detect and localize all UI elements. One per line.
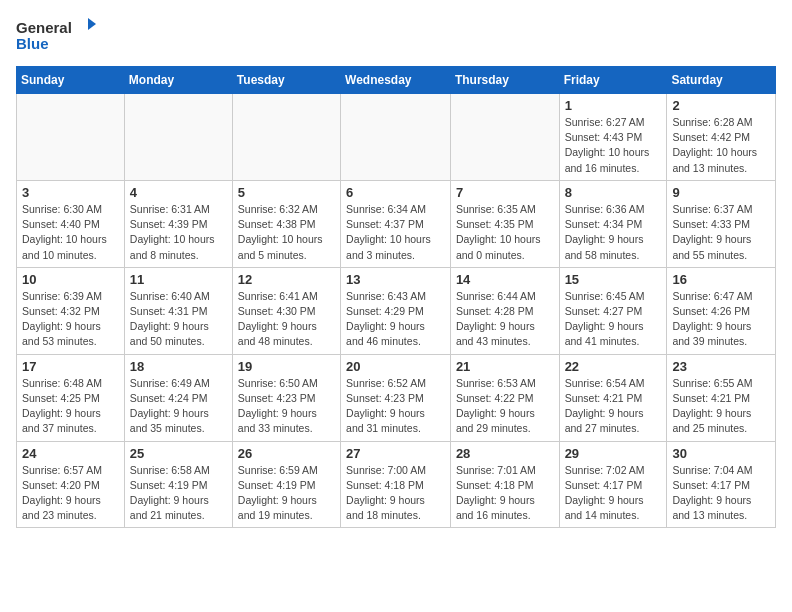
calendar-cell: 23Sunrise: 6:55 AM Sunset: 4:21 PM Dayli… — [667, 354, 776, 441]
day-number: 17 — [22, 359, 119, 374]
day-number: 30 — [672, 446, 770, 461]
day-number: 21 — [456, 359, 554, 374]
calendar-cell — [124, 94, 232, 181]
weekday-header-wednesday: Wednesday — [341, 67, 451, 94]
calendar-cell — [450, 94, 559, 181]
calendar-cell: 5Sunrise: 6:32 AM Sunset: 4:38 PM Daylig… — [232, 180, 340, 267]
calendar-cell: 22Sunrise: 6:54 AM Sunset: 4:21 PM Dayli… — [559, 354, 667, 441]
day-number: 16 — [672, 272, 770, 287]
day-info: Sunrise: 6:48 AM Sunset: 4:25 PM Dayligh… — [22, 376, 119, 437]
day-number: 9 — [672, 185, 770, 200]
day-number: 8 — [565, 185, 662, 200]
day-info: Sunrise: 6:27 AM Sunset: 4:43 PM Dayligh… — [565, 115, 662, 176]
day-info: Sunrise: 7:04 AM Sunset: 4:17 PM Dayligh… — [672, 463, 770, 524]
calendar-cell: 19Sunrise: 6:50 AM Sunset: 4:23 PM Dayli… — [232, 354, 340, 441]
calendar-table: SundayMondayTuesdayWednesdayThursdayFrid… — [16, 66, 776, 528]
day-number: 23 — [672, 359, 770, 374]
calendar-cell: 13Sunrise: 6:43 AM Sunset: 4:29 PM Dayli… — [341, 267, 451, 354]
weekday-header-saturday: Saturday — [667, 67, 776, 94]
calendar-cell: 14Sunrise: 6:44 AM Sunset: 4:28 PM Dayli… — [450, 267, 559, 354]
weekday-header-friday: Friday — [559, 67, 667, 94]
day-info: Sunrise: 7:00 AM Sunset: 4:18 PM Dayligh… — [346, 463, 445, 524]
day-info: Sunrise: 6:43 AM Sunset: 4:29 PM Dayligh… — [346, 289, 445, 350]
day-number: 29 — [565, 446, 662, 461]
day-number: 5 — [238, 185, 335, 200]
calendar-cell: 30Sunrise: 7:04 AM Sunset: 4:17 PM Dayli… — [667, 441, 776, 528]
calendar-cell: 18Sunrise: 6:49 AM Sunset: 4:24 PM Dayli… — [124, 354, 232, 441]
calendar-cell: 11Sunrise: 6:40 AM Sunset: 4:31 PM Dayli… — [124, 267, 232, 354]
day-info: Sunrise: 6:54 AM Sunset: 4:21 PM Dayligh… — [565, 376, 662, 437]
day-number: 20 — [346, 359, 445, 374]
day-info: Sunrise: 7:01 AM Sunset: 4:18 PM Dayligh… — [456, 463, 554, 524]
weekday-header-thursday: Thursday — [450, 67, 559, 94]
svg-text:Blue: Blue — [16, 35, 49, 52]
day-number: 19 — [238, 359, 335, 374]
day-info: Sunrise: 6:41 AM Sunset: 4:30 PM Dayligh… — [238, 289, 335, 350]
day-number: 4 — [130, 185, 227, 200]
calendar-cell: 28Sunrise: 7:01 AM Sunset: 4:18 PM Dayli… — [450, 441, 559, 528]
calendar-cell: 7Sunrise: 6:35 AM Sunset: 4:35 PM Daylig… — [450, 180, 559, 267]
calendar-cell: 1Sunrise: 6:27 AM Sunset: 4:43 PM Daylig… — [559, 94, 667, 181]
day-number: 10 — [22, 272, 119, 287]
day-number: 7 — [456, 185, 554, 200]
day-info: Sunrise: 7:02 AM Sunset: 4:17 PM Dayligh… — [565, 463, 662, 524]
svg-marker-1 — [88, 18, 96, 30]
day-number: 28 — [456, 446, 554, 461]
weekday-header-monday: Monday — [124, 67, 232, 94]
day-number: 25 — [130, 446, 227, 461]
week-row-2: 3Sunrise: 6:30 AM Sunset: 4:40 PM Daylig… — [17, 180, 776, 267]
day-number: 15 — [565, 272, 662, 287]
calendar-cell — [341, 94, 451, 181]
calendar-cell: 12Sunrise: 6:41 AM Sunset: 4:30 PM Dayli… — [232, 267, 340, 354]
weekday-header-row: SundayMondayTuesdayWednesdayThursdayFrid… — [17, 67, 776, 94]
day-number: 1 — [565, 98, 662, 113]
week-row-3: 10Sunrise: 6:39 AM Sunset: 4:32 PM Dayli… — [17, 267, 776, 354]
day-info: Sunrise: 6:59 AM Sunset: 4:19 PM Dayligh… — [238, 463, 335, 524]
calendar-cell: 3Sunrise: 6:30 AM Sunset: 4:40 PM Daylig… — [17, 180, 125, 267]
logo: GeneralBlue — [16, 16, 96, 54]
calendar-cell: 21Sunrise: 6:53 AM Sunset: 4:22 PM Dayli… — [450, 354, 559, 441]
day-number: 13 — [346, 272, 445, 287]
day-number: 14 — [456, 272, 554, 287]
calendar-cell: 8Sunrise: 6:36 AM Sunset: 4:34 PM Daylig… — [559, 180, 667, 267]
calendar-cell: 15Sunrise: 6:45 AM Sunset: 4:27 PM Dayli… — [559, 267, 667, 354]
day-info: Sunrise: 6:44 AM Sunset: 4:28 PM Dayligh… — [456, 289, 554, 350]
day-info: Sunrise: 6:50 AM Sunset: 4:23 PM Dayligh… — [238, 376, 335, 437]
day-info: Sunrise: 6:28 AM Sunset: 4:42 PM Dayligh… — [672, 115, 770, 176]
day-number: 12 — [238, 272, 335, 287]
calendar-cell: 9Sunrise: 6:37 AM Sunset: 4:33 PM Daylig… — [667, 180, 776, 267]
header: GeneralBlue — [16, 16, 776, 54]
calendar-cell: 29Sunrise: 7:02 AM Sunset: 4:17 PM Dayli… — [559, 441, 667, 528]
weekday-header-tuesday: Tuesday — [232, 67, 340, 94]
calendar-cell — [17, 94, 125, 181]
week-row-5: 24Sunrise: 6:57 AM Sunset: 4:20 PM Dayli… — [17, 441, 776, 528]
day-info: Sunrise: 6:31 AM Sunset: 4:39 PM Dayligh… — [130, 202, 227, 263]
day-info: Sunrise: 6:49 AM Sunset: 4:24 PM Dayligh… — [130, 376, 227, 437]
day-number: 2 — [672, 98, 770, 113]
calendar-cell: 10Sunrise: 6:39 AM Sunset: 4:32 PM Dayli… — [17, 267, 125, 354]
day-number: 3 — [22, 185, 119, 200]
svg-text:General: General — [16, 19, 72, 36]
day-info: Sunrise: 6:53 AM Sunset: 4:22 PM Dayligh… — [456, 376, 554, 437]
day-number: 22 — [565, 359, 662, 374]
day-info: Sunrise: 6:36 AM Sunset: 4:34 PM Dayligh… — [565, 202, 662, 263]
day-info: Sunrise: 6:34 AM Sunset: 4:37 PM Dayligh… — [346, 202, 445, 263]
calendar-cell: 16Sunrise: 6:47 AM Sunset: 4:26 PM Dayli… — [667, 267, 776, 354]
day-number: 11 — [130, 272, 227, 287]
day-info: Sunrise: 6:55 AM Sunset: 4:21 PM Dayligh… — [672, 376, 770, 437]
day-info: Sunrise: 6:47 AM Sunset: 4:26 PM Dayligh… — [672, 289, 770, 350]
calendar-cell: 2Sunrise: 6:28 AM Sunset: 4:42 PM Daylig… — [667, 94, 776, 181]
day-info: Sunrise: 6:35 AM Sunset: 4:35 PM Dayligh… — [456, 202, 554, 263]
day-number: 26 — [238, 446, 335, 461]
week-row-4: 17Sunrise: 6:48 AM Sunset: 4:25 PM Dayli… — [17, 354, 776, 441]
weekday-header-sunday: Sunday — [17, 67, 125, 94]
logo-svg: GeneralBlue — [16, 16, 96, 54]
day-info: Sunrise: 6:52 AM Sunset: 4:23 PM Dayligh… — [346, 376, 445, 437]
calendar-cell: 24Sunrise: 6:57 AM Sunset: 4:20 PM Dayli… — [17, 441, 125, 528]
day-number: 24 — [22, 446, 119, 461]
week-row-1: 1Sunrise: 6:27 AM Sunset: 4:43 PM Daylig… — [17, 94, 776, 181]
calendar-cell: 6Sunrise: 6:34 AM Sunset: 4:37 PM Daylig… — [341, 180, 451, 267]
calendar-cell: 26Sunrise: 6:59 AM Sunset: 4:19 PM Dayli… — [232, 441, 340, 528]
day-info: Sunrise: 6:32 AM Sunset: 4:38 PM Dayligh… — [238, 202, 335, 263]
calendar-cell: 27Sunrise: 7:00 AM Sunset: 4:18 PM Dayli… — [341, 441, 451, 528]
